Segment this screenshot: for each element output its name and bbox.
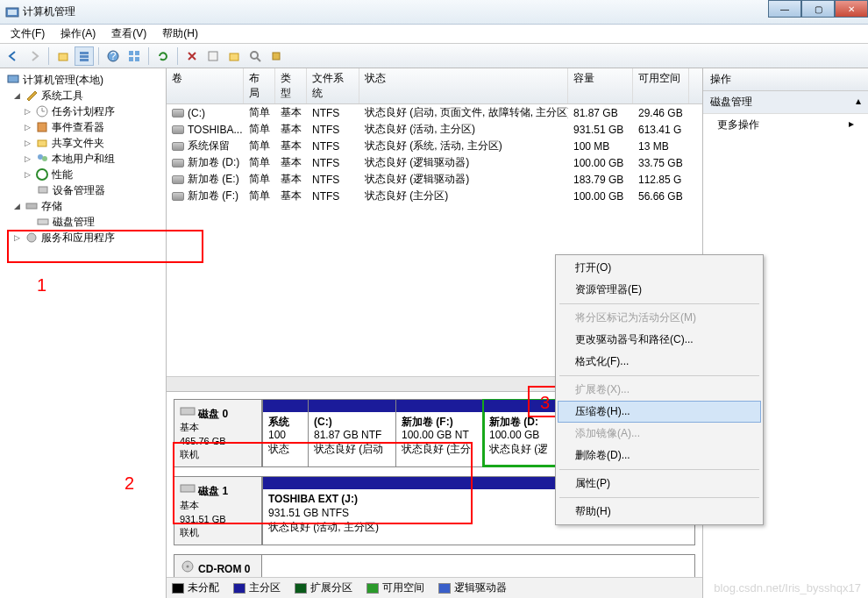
actions-disk-mgmt[interactable]: 磁盘管理 ▴ xyxy=(703,91,868,114)
ctx-help[interactable]: 帮助(H) xyxy=(558,501,761,523)
legend-primary: 主分区 xyxy=(249,580,281,595)
expand-icon[interactable]: ▷ xyxy=(23,170,32,180)
ctx-properties[interactable]: 属性(P) xyxy=(558,473,761,495)
tree-disk-management[interactable]: 磁盘管理 xyxy=(0,214,166,230)
delete-button[interactable] xyxy=(182,46,202,66)
actions-more[interactable]: 更多操作 ▸ xyxy=(703,114,868,136)
ctx-shrink[interactable]: 压缩卷(H)... xyxy=(558,401,761,423)
tree-event-viewer[interactable]: ▷ 事件查看器 xyxy=(0,119,166,135)
cell-fs: NTFS xyxy=(307,156,359,170)
volume-row[interactable]: (C:)简单基本NTFS状态良好 (启动, 页面文件, 故障转储, 主分区)81… xyxy=(167,104,702,121)
disk-info[interactable]: 磁盘 0基本465.76 GB联机 xyxy=(174,400,262,467)
col-free[interactable]: 可用空间 xyxy=(633,68,689,103)
settings-icon[interactable] xyxy=(267,46,286,66)
volume-row[interactable]: 系统保留简单基本NTFS状态良好 (系统, 活动, 主分区)100 MB13 M… xyxy=(167,138,702,154)
partition[interactable]: 新加卷 (D:100.00 GB状态良好 (逻 xyxy=(483,400,562,467)
menu-file[interactable]: 文件(F) xyxy=(4,25,52,43)
ctx-mark-active: 将分区标记为活动分区(M) xyxy=(558,307,761,329)
help-button[interactable]: ? xyxy=(103,46,123,66)
forward-button[interactable] xyxy=(25,46,44,66)
col-layout[interactable]: 布局 xyxy=(244,68,275,103)
legend: 未分配 主分区 扩展分区 可用空间 逻辑驱动器 xyxy=(167,577,702,598)
menu-help[interactable]: 帮助(H) xyxy=(155,25,205,43)
up-button[interactable] xyxy=(53,46,73,66)
disk-info[interactable]: 磁盘 1基本931.51 GB联机 xyxy=(174,477,262,545)
window-controls: — ▢ ✕ xyxy=(768,0,868,18)
menu-view[interactable]: 查看(V) xyxy=(104,25,153,43)
expand-icon[interactable]: ▷ xyxy=(23,139,32,148)
ctx-explorer[interactable]: 资源管理器(E) xyxy=(558,279,761,301)
users-icon xyxy=(35,152,49,166)
disk-info[interactable]: CD-ROM 0DVD (G:) xyxy=(174,555,262,577)
actions-header: 操作 xyxy=(703,68,868,91)
close-button[interactable]: ✕ xyxy=(835,0,868,18)
tree-local-users[interactable]: ▷ 本地用户和组 xyxy=(0,151,166,167)
cell-layout: 简单 xyxy=(244,121,275,138)
cell-fs: NTFS xyxy=(307,106,359,120)
partition[interactable]: 系统100状态 xyxy=(262,400,308,467)
svg-rect-13 xyxy=(230,53,238,61)
tree-storage[interactable]: ◢ 存储 xyxy=(0,198,166,214)
shared-icon xyxy=(35,136,49,150)
cell-capacity: 931.51 GB xyxy=(568,123,633,137)
ctx-format[interactable]: 格式化(F)... xyxy=(558,351,761,373)
refresh-button[interactable] xyxy=(153,46,173,66)
tree-services-apps[interactable]: ▷ 服务和应用程序 xyxy=(0,230,166,246)
svg-rect-16 xyxy=(273,53,280,60)
cell-name: 新加卷 (E:) xyxy=(167,171,244,188)
clock-icon xyxy=(35,104,49,118)
col-type[interactable]: 类型 xyxy=(275,68,307,103)
expand-icon[interactable]: ▷ xyxy=(12,233,22,243)
tree-label: 计算机管理(本地) xyxy=(23,73,103,88)
list-button[interactable] xyxy=(75,46,94,66)
cell-free: 13 MB xyxy=(633,139,689,153)
menu-action[interactable]: 操作(A) xyxy=(53,25,103,43)
volume-rows: (C:)简单基本NTFS状态良好 (启动, 页面文件, 故障转储, 主分区)81… xyxy=(167,104,702,204)
maximize-button[interactable]: ▢ xyxy=(801,0,835,18)
folder-button[interactable] xyxy=(224,46,244,66)
tree-label: 本地用户和组 xyxy=(52,152,115,167)
legend-swatch xyxy=(366,583,379,594)
search-button[interactable] xyxy=(245,46,265,66)
ctx-delete[interactable]: 删除卷(D)... xyxy=(558,445,761,466)
volume-row[interactable]: 新加卷 (F:)简单基本NTFS状态良好 (主分区)100.00 GB56.66… xyxy=(167,188,702,204)
collapse-icon[interactable]: ◢ xyxy=(12,202,22,211)
svg-point-14 xyxy=(251,52,258,59)
volume-row[interactable]: 新加卷 (D:)简单基本NTFS状态良好 (逻辑驱动器)100.00 GB33.… xyxy=(167,154,702,171)
tree-performance[interactable]: ▷ 性能 xyxy=(0,167,166,182)
expand-icon[interactable]: ▷ xyxy=(23,154,32,164)
svg-rect-27 xyxy=(26,203,37,209)
tree-label: 共享文件夹 xyxy=(52,136,104,151)
volume-row[interactable]: TOSHIBA...简单基本NTFS状态良好 (活动, 主分区)931.51 G… xyxy=(167,121,702,138)
tree-system-tools[interactable]: ◢ 系统工具 xyxy=(0,88,166,103)
tree-root[interactable]: 计算机管理(本地) xyxy=(0,72,166,88)
volume-row[interactable]: 新加卷 (E:)简单基本NTFS状态良好 (逻辑驱动器)183.79 GB112… xyxy=(167,171,702,188)
back-button[interactable] xyxy=(4,46,23,66)
ctx-open[interactable]: 打开(O) xyxy=(558,257,761,279)
legend-swatch xyxy=(295,583,307,594)
cell-status: 状态良好 (活动, 主分区) xyxy=(359,121,568,138)
legend-swatch xyxy=(438,583,451,594)
tree-task-scheduler[interactable]: ▷ 任务计划程序 xyxy=(0,103,166,119)
properties-button[interactable] xyxy=(203,46,223,66)
svg-point-33 xyxy=(187,566,189,568)
cell-capacity: 100.00 GB xyxy=(568,156,633,170)
cell-layout: 简单 xyxy=(244,188,275,204)
col-fs[interactable]: 文件系统 xyxy=(307,68,359,103)
cell-free: 56.66 GB xyxy=(633,189,689,203)
collapse-icon[interactable]: ◢ xyxy=(12,91,22,101)
col-capacity[interactable]: 容量 xyxy=(568,68,633,103)
ctx-change-letter[interactable]: 更改驱动器号和路径(C)... xyxy=(558,329,761,351)
col-volume[interactable]: 卷 xyxy=(167,68,244,103)
view-icon[interactable] xyxy=(125,46,144,66)
legend-logical: 逻辑驱动器 xyxy=(454,580,507,595)
minimize-button[interactable]: — xyxy=(768,0,801,18)
col-status[interactable]: 状态 xyxy=(359,68,568,103)
expand-icon[interactable]: ▷ xyxy=(23,123,32,132)
navigation-tree[interactable]: 计算机管理(本地) ◢ 系统工具 ▷ 任务计划程序 ▷ 事件查看器 ▷ 共享文件… xyxy=(0,68,167,598)
partition[interactable]: 新加卷 (F:)100.00 GB NT状态良好 (主分 xyxy=(395,400,483,467)
partition[interactable]: (C:)81.87 GB NTF状态良好 (启动 xyxy=(308,400,395,467)
tree-shared-folders[interactable]: ▷ 共享文件夹 xyxy=(0,135,166,151)
expand-icon[interactable]: ▷ xyxy=(23,107,32,117)
tree-device-manager[interactable]: 设备管理器 xyxy=(0,182,166,198)
